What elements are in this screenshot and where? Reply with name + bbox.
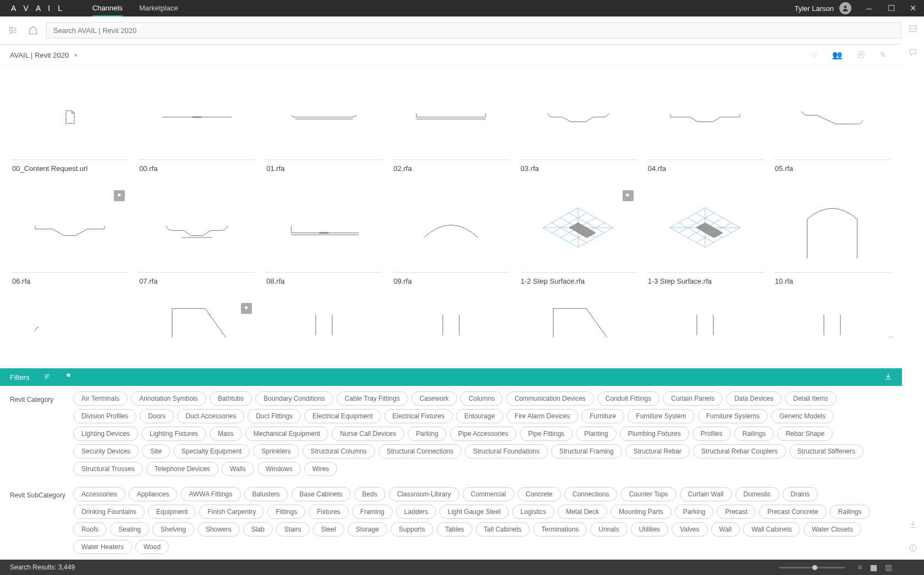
- filter-pill[interactable]: Pipe Accessories: [450, 427, 516, 441]
- filter-pill[interactable]: Structural Stiffeners: [789, 444, 864, 458]
- filter-pill[interactable]: Electrical Fixtures: [384, 409, 453, 423]
- view-list-icon[interactable]: ≡: [858, 563, 862, 572]
- filter-pill[interactable]: Precast Concrete: [759, 505, 827, 519]
- filter-pill[interactable]: Doors: [140, 409, 174, 423]
- filter-pill[interactable]: Air Terminals: [73, 391, 128, 406]
- minimize-button[interactable]: ─: [858, 0, 880, 16]
- tab-channels[interactable]: Channels: [92, 1, 123, 16]
- filter-pill[interactable]: Division Profiles: [73, 409, 136, 423]
- filter-pill[interactable]: Nurse Call Devices: [332, 427, 404, 441]
- filter-pill[interactable]: Parking: [675, 505, 714, 519]
- filter-pill[interactable]: Parking: [408, 427, 447, 441]
- filter-pill[interactable]: Water Closets: [804, 522, 861, 537]
- filter-pill[interactable]: Mounting Parts: [610, 505, 672, 519]
- grid-item[interactable]: [647, 300, 764, 338]
- home-icon[interactable]: [26, 24, 40, 37]
- favorite-icon[interactable]: ☆: [811, 50, 818, 60]
- filter-pill[interactable]: Urinals: [590, 522, 627, 537]
- filter-pill[interactable]: Site: [142, 444, 170, 458]
- grid-item[interactable]: 10.rfa: [774, 187, 891, 290]
- grid-item[interactable]: 05.rfa: [774, 74, 891, 177]
- search-input[interactable]: [47, 26, 900, 35]
- maximize-button[interactable]: ☐: [880, 0, 902, 16]
- grid-item[interactable]: [392, 300, 509, 338]
- filter-pill[interactable]: Wires: [304, 462, 338, 476]
- filter-pill[interactable]: Plumbing Fixtures: [620, 427, 689, 441]
- filter-pill[interactable]: Columns: [460, 391, 503, 406]
- filter-pill[interactable]: Ladders: [396, 505, 436, 519]
- filter-pill[interactable]: Entourage: [456, 409, 503, 423]
- filter-pill[interactable]: Telephone Devices: [146, 462, 218, 476]
- filter-pill[interactable]: Lighting Fixtures: [141, 427, 206, 441]
- filter-pill[interactable]: Structural Rebar: [625, 444, 690, 458]
- filter-pill[interactable]: Supports: [391, 522, 433, 537]
- filter-pill[interactable]: Drains: [783, 487, 818, 501]
- filter-pill[interactable]: Equipment: [148, 505, 196, 519]
- filter-pill[interactable]: Domestic: [735, 487, 779, 501]
- rail-info-icon[interactable]: [909, 544, 917, 554]
- filter-pill[interactable]: AWWA Fittings: [180, 487, 240, 501]
- view-grid-icon[interactable]: ▦: [870, 563, 877, 572]
- content-grid-scroll[interactable]: 00_Content Request.url00.rfa01.rfa02.rfa…: [0, 66, 902, 368]
- filter-pill[interactable]: Light Gauge Steel: [439, 505, 509, 519]
- chevron-down-icon[interactable]: ▾: [74, 52, 78, 59]
- grid-item[interactable]: 1-2 Step Surface.rfa: [520, 187, 637, 290]
- filter-pill[interactable]: Stairs: [276, 522, 310, 537]
- filter-pill[interactable]: Base Cabinets: [292, 487, 351, 501]
- filter-pill[interactable]: Fire Alarm Devices: [507, 409, 579, 423]
- flag-icon[interactable]: [114, 190, 125, 201]
- breadcrumb[interactable]: AVAIL | Revit 2020: [10, 51, 69, 59]
- filter-pill[interactable]: Storage: [348, 522, 387, 537]
- filter-pill[interactable]: Bathtubs: [210, 391, 252, 406]
- filter-pill[interactable]: Structural Rebar Couplers: [693, 444, 786, 458]
- filter-pill[interactable]: Beds: [354, 487, 386, 501]
- filter-pill[interactable]: Tall Cabinets: [476, 522, 530, 537]
- grid-item[interactable]: 02.rfa: [392, 74, 509, 177]
- filter-pill[interactable]: Furniture Systems: [698, 409, 768, 423]
- flag-icon[interactable]: [623, 190, 634, 201]
- filter-pill[interactable]: Lighting Devices: [73, 427, 138, 441]
- filter-pill[interactable]: Slab: [243, 522, 273, 537]
- filter-pill[interactable]: Seating: [110, 522, 149, 537]
- filter-pill[interactable]: Sprinklers: [253, 444, 299, 458]
- filter-pill[interactable]: Structural Foundations: [465, 444, 548, 458]
- filter-pill[interactable]: Boundary Conditions: [255, 391, 333, 406]
- filter-pill[interactable]: Casework: [411, 391, 457, 406]
- panel-collapse-icon[interactable]: [7, 24, 20, 37]
- grid-item[interactable]: 03.rfa: [520, 74, 637, 177]
- filter-pill[interactable]: Structural Framing: [551, 444, 622, 458]
- filter-pill[interactable]: Detail Items: [785, 391, 836, 406]
- grid-item[interactable]: 00_Content Request.url: [11, 74, 128, 177]
- filter-pill[interactable]: Windows: [257, 462, 301, 476]
- filter-pill[interactable]: Curtain Panels: [663, 391, 723, 406]
- grid-item[interactable]: 00.rfa: [138, 74, 255, 177]
- filter-pill[interactable]: Logistics: [512, 505, 554, 519]
- filter-pill[interactable]: Finish Carpentry: [199, 505, 264, 519]
- scroll-top-button[interactable]: [884, 331, 898, 344]
- filter-pill[interactable]: Accessories: [73, 487, 125, 501]
- filter-pill[interactable]: Tables: [437, 522, 472, 537]
- grid-item[interactable]: 08.rfa: [265, 187, 382, 290]
- flag-icon[interactable]: [241, 303, 252, 314]
- grid-item[interactable]: 09.rfa: [392, 187, 509, 290]
- view-columns-icon[interactable]: ▥: [885, 563, 892, 572]
- filter-pill[interactable]: Classroom-Library: [389, 487, 459, 501]
- filter-pill[interactable]: Railings: [734, 427, 774, 441]
- filter-pill[interactable]: Drinking Fountains: [73, 505, 145, 519]
- filter-pill[interactable]: Mechanical Equipment: [245, 427, 328, 441]
- filter-pill[interactable]: Shelving: [152, 522, 194, 537]
- filter-pill[interactable]: Duct Fittings: [248, 409, 301, 423]
- filter-pill[interactable]: Conduit Fittings: [597, 391, 659, 406]
- filter-pill[interactable]: Structural Trusses: [73, 462, 143, 476]
- download-icon[interactable]: [884, 373, 892, 382]
- filter-pill[interactable]: Steel: [313, 522, 344, 537]
- grid-item[interactable]: [774, 300, 891, 338]
- filter-pill[interactable]: Wall Cabinets: [743, 522, 800, 537]
- filter-pill[interactable]: Counter Tops: [620, 487, 676, 501]
- grid-item[interactable]: 1-3 Step Surface.rfa: [647, 187, 764, 290]
- grid-item[interactable]: [138, 300, 255, 338]
- grid-item[interactable]: 06.rfa: [11, 187, 128, 290]
- filter-pill[interactable]: Structural Columns: [302, 444, 375, 458]
- edit-icon[interactable]: ✎: [879, 50, 887, 60]
- filter-pill[interactable]: Cable Tray Fittings: [337, 391, 408, 406]
